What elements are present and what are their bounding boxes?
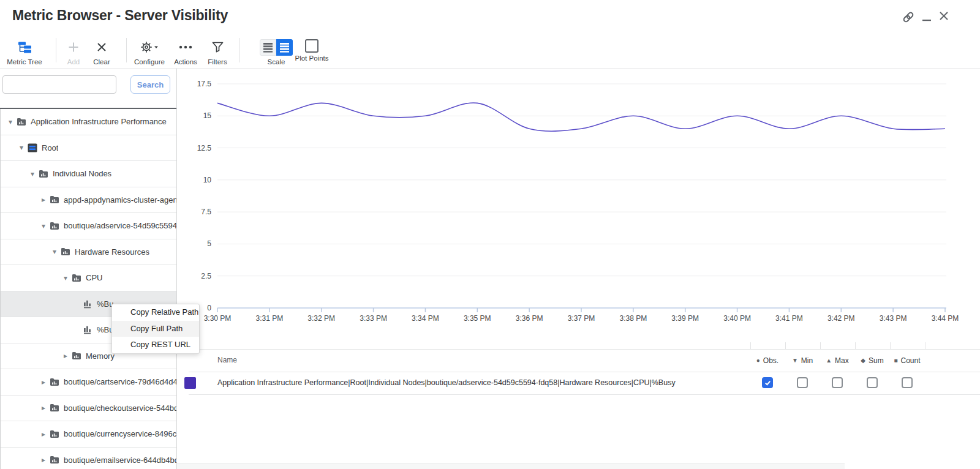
context-menu: Copy Relative Path Copy Full Path Copy R… bbox=[111, 304, 200, 354]
tree-item-label: Memory bbox=[86, 351, 115, 361]
folder-chart-icon bbox=[59, 247, 72, 256]
toolbar-separator bbox=[239, 38, 240, 62]
link-icon[interactable] bbox=[902, 11, 914, 23]
tree-item-label: Root bbox=[42, 143, 58, 152]
svg-text:3:35 PM: 3:35 PM bbox=[464, 314, 491, 323]
clear-x-icon bbox=[97, 38, 107, 56]
folder-chart-icon bbox=[48, 378, 61, 386]
caret-icon[interactable]: ▸ bbox=[61, 351, 70, 360]
folder-chart-icon bbox=[48, 456, 61, 464]
caret-icon[interactable]: ▸ bbox=[39, 195, 48, 204]
tree-item-label: appd-appdynamics-cluster-agent-app bbox=[64, 195, 177, 204]
titlebar: Metric Browser - Server Visibility bbox=[0, 0, 980, 34]
actions-button[interactable]: Actions bbox=[167, 38, 204, 67]
tree-row[interactable]: ▾ Hardware Resources bbox=[1, 239, 177, 266]
caret-icon[interactable]: ▾ bbox=[28, 170, 37, 178]
funnel-icon bbox=[212, 38, 224, 56]
scale-linear-icon[interactable] bbox=[260, 39, 276, 56]
caret-icon[interactable]: ▸ bbox=[39, 430, 48, 438]
menu-item-copy-rest-url[interactable]: Copy REST URL bbox=[112, 337, 199, 353]
tree-row[interactable]: ▾ CPU bbox=[1, 265, 177, 291]
svg-text:15: 15 bbox=[203, 111, 212, 120]
tree-row[interactable]: ▸ boutique/emailservice-644db4bdf8-lc bbox=[1, 448, 177, 469]
folder-chart-icon bbox=[48, 195, 61, 204]
metric-tree-button[interactable]: Metric Tree bbox=[0, 38, 49, 67]
folder-chart-icon bbox=[70, 274, 83, 282]
plot-points-checkbox[interactable] bbox=[305, 39, 318, 53]
checkbox-max[interactable] bbox=[832, 377, 843, 388]
svg-text:5: 5 bbox=[207, 239, 211, 248]
svg-text:3:32 PM: 3:32 PM bbox=[307, 314, 335, 323]
ellipsis-icon bbox=[179, 38, 192, 56]
tree-item-label: boutique/cartservice-79d46d4d46-9b bbox=[64, 377, 177, 386]
checkbox-count[interactable] bbox=[902, 377, 913, 388]
close-icon[interactable] bbox=[939, 11, 951, 23]
page-title: Metric Browser - Server Visibility bbox=[12, 7, 228, 24]
svg-text:3:42 PM: 3:42 PM bbox=[827, 314, 855, 323]
column-tick bbox=[750, 342, 751, 349]
gear-icon bbox=[140, 38, 159, 56]
column-tick bbox=[925, 342, 925, 349]
tree-row[interactable]: ▾ boutique/adservice-54d59c5594-fdq5 bbox=[1, 213, 177, 239]
scale-label: Scale bbox=[268, 58, 285, 66]
tree-row[interactable]: ▾ Application Infrastructure Performance bbox=[1, 109, 177, 135]
series-color-swatch bbox=[184, 377, 196, 389]
tree-row[interactable]: ▸ boutique/checkoutservice-544bdf649 bbox=[1, 396, 177, 422]
tree-row[interactable]: ▾ Root bbox=[1, 135, 177, 162]
tree-row[interactable]: ▾ Individual Nodes bbox=[1, 161, 177, 187]
toolbar: Metric Tree Add Clear Configure Actions bbox=[0, 34, 980, 69]
caret-icon[interactable]: ▾ bbox=[61, 274, 70, 282]
tree-item-label: boutique/currencyservice-8496cb5c7 bbox=[64, 429, 177, 438]
plot-points-label: Plot Points bbox=[295, 54, 329, 62]
caret-icon[interactable]: ▸ bbox=[39, 456, 48, 464]
add-label: Add bbox=[67, 58, 80, 66]
metric-icon bbox=[81, 299, 94, 309]
minimize-icon[interactable] bbox=[922, 13, 934, 26]
configure-button[interactable]: Configure bbox=[128, 38, 171, 67]
search-button[interactable]: Search bbox=[130, 75, 170, 94]
svg-text:3:31 PM: 3:31 PM bbox=[256, 314, 284, 323]
checkbox-min[interactable] bbox=[797, 377, 808, 388]
scroll-strip[interactable] bbox=[177, 463, 845, 469]
clear-button[interactable]: Clear bbox=[83, 38, 120, 67]
tree-item-label: CPU bbox=[86, 273, 102, 282]
toolbar-separator bbox=[126, 38, 127, 62]
caret-icon[interactable]: ▾ bbox=[39, 222, 48, 230]
folder-chart-icon bbox=[48, 403, 61, 412]
tree-row[interactable]: ▸ boutique/cartservice-79d46d4d46-9b bbox=[1, 369, 177, 396]
tree-row[interactable]: ▸ boutique/currencyservice-8496cb5c7 bbox=[1, 421, 177, 448]
caret-icon[interactable]: ▾ bbox=[6, 118, 15, 126]
menu-item-copy-relative-path[interactable]: Copy Relative Path bbox=[112, 304, 199, 321]
metric-line-chart: 02.557.51012.51517.53:30 PM3:31 PM3:32 P… bbox=[177, 69, 980, 349]
column-label: Sum bbox=[869, 356, 884, 365]
caret-icon[interactable]: ▸ bbox=[39, 403, 48, 412]
tree-item-label: boutique/adservice-54d59c5594-fdq5 bbox=[64, 221, 177, 230]
filters-button[interactable]: Filters bbox=[199, 38, 236, 67]
tree-row[interactable]: ▸ appd-appdynamics-cluster-agent-app bbox=[1, 187, 177, 214]
caret-icon[interactable]: ▾ bbox=[50, 247, 59, 256]
svg-text:3:30 PM: 3:30 PM bbox=[204, 314, 232, 323]
svg-text:3:33 PM: 3:33 PM bbox=[360, 314, 387, 323]
metric-tree-panel: Search ▾ Application Infrastructure Perf… bbox=[0, 69, 177, 469]
svg-text:7.5: 7.5 bbox=[201, 208, 211, 216]
checkbox-obs[interactable] bbox=[762, 377, 773, 388]
column-header-obs: ●Obs. bbox=[756, 349, 778, 372]
tree-item-label: Individual Nodes bbox=[53, 169, 111, 178]
column-header-max: ▲Max bbox=[826, 349, 849, 372]
caret-icon[interactable]: ▾ bbox=[17, 143, 26, 152]
checkbox-sum[interactable] bbox=[867, 377, 878, 388]
column-label: Min bbox=[801, 356, 813, 365]
plot-points-control: Plot Points bbox=[287, 38, 336, 67]
search-input[interactable] bbox=[2, 75, 116, 94]
tree-item-label: boutique/checkoutservice-544bdf649 bbox=[64, 403, 177, 413]
menu-item-copy-full-path[interactable]: Copy Full Path bbox=[112, 321, 199, 337]
metric-tree-label: Metric Tree bbox=[7, 58, 42, 66]
actions-label: Actions bbox=[174, 58, 197, 66]
tree-item-label: Application Infrastructure Performance bbox=[31, 117, 167, 126]
square-icon: ■ bbox=[894, 357, 897, 364]
folder-chart-icon bbox=[48, 430, 61, 438]
svg-text:12.5: 12.5 bbox=[197, 144, 212, 152]
metric-browser-window: Metric Browser - Server Visibility Metri… bbox=[0, 0, 980, 469]
caret-icon[interactable]: ▸ bbox=[39, 378, 48, 386]
svg-text:3:40 PM: 3:40 PM bbox=[723, 314, 751, 323]
